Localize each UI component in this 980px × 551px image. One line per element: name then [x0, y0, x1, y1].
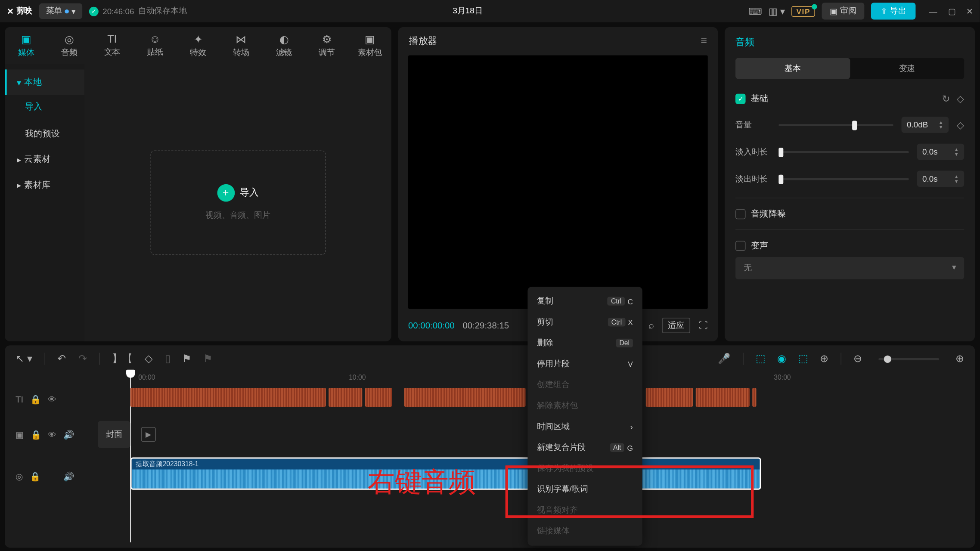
text-clip[interactable]	[365, 388, 392, 407]
text-icon: TI	[107, 33, 117, 45]
hamburger-icon[interactable]: ≡	[701, 35, 707, 47]
fadeout-slider[interactable]	[778, 178, 909, 180]
eye-icon[interactable]: 👁	[48, 429, 56, 440]
ctx-copy[interactable]: 复制CtrlC	[527, 291, 642, 312]
export-button[interactable]: ⇧ 导出	[871, 3, 915, 19]
vip-badge[interactable]: VIP	[792, 6, 815, 16]
close-icon[interactable]: ✕	[966, 6, 973, 16]
volume-input[interactable]: 0.0dB▲▼	[902, 117, 949, 133]
cover-button[interactable]: 封面	[98, 421, 130, 448]
text-clip[interactable]	[752, 388, 756, 407]
tab-adjust[interactable]: ⚙调节	[305, 27, 348, 64]
player-viewport[interactable]	[408, 55, 708, 309]
mic-icon[interactable]: 🎤	[718, 353, 731, 365]
minimize-icon[interactable]: —	[929, 6, 937, 16]
voicechange-select[interactable]: 无 ▾	[735, 257, 964, 279]
track-link-icon[interactable]: ◉	[777, 353, 786, 365]
lock-icon[interactable]: 🔒	[30, 394, 41, 405]
project-title: 3月18日	[193, 6, 741, 17]
import-dropzone[interactable]: + 导入 视频、音频、图片	[150, 150, 326, 255]
fadein-slider[interactable]	[778, 151, 909, 153]
ctx-compound[interactable]: 新建复合片段AltG	[527, 437, 642, 458]
tab-speed[interactable]: 变速	[850, 58, 964, 79]
menu-button[interactable]: 菜单 ▾	[39, 3, 82, 19]
menu-indicator-dot	[65, 9, 68, 13]
basic-checkbox[interactable]: ✓ 基础	[735, 93, 769, 105]
keyframe-icon[interactable]: ◇	[957, 119, 964, 130]
ctx-time-region[interactable]: 时间区域›	[527, 416, 642, 437]
zoom-icon[interactable]: ⌕	[648, 320, 654, 331]
reset-icon[interactable]: ↻	[942, 93, 950, 104]
sidebar-item-library[interactable]: ▸素材库	[5, 172, 84, 198]
text-clip[interactable]	[646, 388, 693, 407]
ctx-delete[interactable]: 删除Del	[527, 333, 642, 354]
lock-icon[interactable]: 🔒	[31, 429, 41, 440]
maximize-icon[interactable]: ▢	[948, 6, 955, 16]
tab-effect[interactable]: ✦特效	[177, 27, 220, 64]
tab-audio[interactable]: ◎音频	[48, 27, 91, 64]
keyframe-icon[interactable]: ◇	[957, 93, 964, 104]
fadein-input[interactable]: 0.0s▲▼	[917, 144, 964, 160]
align-icon[interactable]: ⊕	[820, 353, 828, 365]
delete-left-icon[interactable]: ▯	[165, 353, 171, 365]
sidebar-item-local[interactable]: ▾本地	[5, 69, 84, 95]
zoom-slider[interactable]	[878, 358, 939, 360]
tab-basic[interactable]: 基本	[735, 58, 850, 79]
tab-text[interactable]: TI文本	[91, 27, 134, 64]
topbar-right: ⌨ ▥ ▾ VIP ▣ 审阅 ⇧ 导出 — ▢ ✕	[748, 3, 973, 19]
sidebar-item-cloud[interactable]: ▸云素材	[5, 146, 84, 172]
speaker-icon[interactable]: 🔊	[63, 471, 74, 482]
voicechange-checkbox[interactable]: 变声	[735, 239, 964, 251]
track-magnet-icon[interactable]: ⬚	[756, 353, 765, 365]
logo-icon: ✕	[7, 6, 14, 16]
speaker-icon[interactable]: 🔊	[63, 429, 74, 440]
sidebar-item-preset[interactable]: 我的预设	[5, 121, 84, 146]
media-tabs: ▣媒体 ◎音频 TI文本 ☺贴纸 ✦特效 ⋈转场 ◐滤镜 ⚙调节 ▣素材包	[5, 27, 391, 64]
ctx-disable[interactable]: 停用片段V	[527, 353, 642, 375]
fit-button[interactable]: 适应	[662, 317, 690, 333]
time-duration: 00:29:38:15	[462, 320, 509, 331]
tab-sticker[interactable]: ☺贴纸	[133, 27, 177, 64]
fullscreen-icon[interactable]: ⛶	[698, 320, 708, 331]
player-title: 播放器	[409, 35, 437, 47]
marker2-tool[interactable]: ⚑	[203, 353, 212, 365]
fadeout-input[interactable]: 0.0s▲▼	[917, 170, 964, 187]
marker-tool[interactable]: ⚑	[182, 353, 191, 365]
volume-slider[interactable]	[778, 124, 893, 126]
ctx-cut[interactable]: 剪切CtrlX	[527, 312, 642, 333]
lock-icon[interactable]: 🔒	[30, 471, 40, 482]
timeline-ruler[interactable]: 00:00 10:00 20:00 30:00	[5, 372, 975, 387]
tab-filter[interactable]: ◐滤镜	[263, 27, 306, 64]
tab-media[interactable]: ▣媒体	[5, 27, 48, 64]
tab-pack[interactable]: ▣素材包	[348, 27, 391, 64]
eye-icon[interactable]: 👁	[48, 394, 56, 405]
split-tool[interactable]: 】【	[112, 353, 132, 365]
text-clip[interactable]	[404, 388, 526, 407]
app-name: 剪映	[16, 6, 33, 17]
track-snap-icon[interactable]: ⬚	[798, 353, 808, 365]
layout-icon[interactable]: ▥ ▾	[769, 6, 785, 16]
zoom-out-icon[interactable]: ⊖	[853, 353, 862, 365]
track-audio: ◎ 🔒 🔊 提取音频20230318-1	[5, 457, 975, 495]
undo-icon[interactable]: ↶	[57, 353, 66, 365]
video-placeholder-icon[interactable]: ▶	[141, 427, 156, 442]
pointer-tool[interactable]: ↖ ▾	[16, 353, 32, 365]
annotation-box	[506, 465, 754, 518]
zoom-in-icon[interactable]: ⊕	[955, 353, 964, 365]
ctx-group: 创建组合	[527, 375, 642, 396]
checkbox-off-icon	[735, 209, 746, 219]
properties-panel: 音频 基本 变速 ✓ 基础 ↻ ◇ 音量 0.0dB▲▼ ◇ 淡入时长 0.0s…	[725, 27, 975, 341]
review-button[interactable]: ▣ 审阅	[822, 3, 865, 19]
crop-tool[interactable]: ◇	[145, 353, 153, 365]
redo-icon[interactable]: ↷	[78, 353, 87, 365]
text-clip[interactable]	[130, 388, 326, 407]
transition-icon: ⋈	[236, 33, 246, 46]
keyboard-icon[interactable]: ⌨	[748, 6, 762, 16]
tab-transition[interactable]: ⋈转场	[220, 27, 263, 64]
text-clip[interactable]	[696, 388, 750, 407]
denoise-checkbox[interactable]: 音频降噪	[735, 208, 964, 220]
adjust-icon: ⚙	[322, 33, 332, 46]
fadeout-label: 淡出时长	[735, 173, 770, 185]
sidebar-item-import[interactable]: 导入	[5, 100, 84, 112]
text-clip[interactable]	[329, 388, 362, 407]
